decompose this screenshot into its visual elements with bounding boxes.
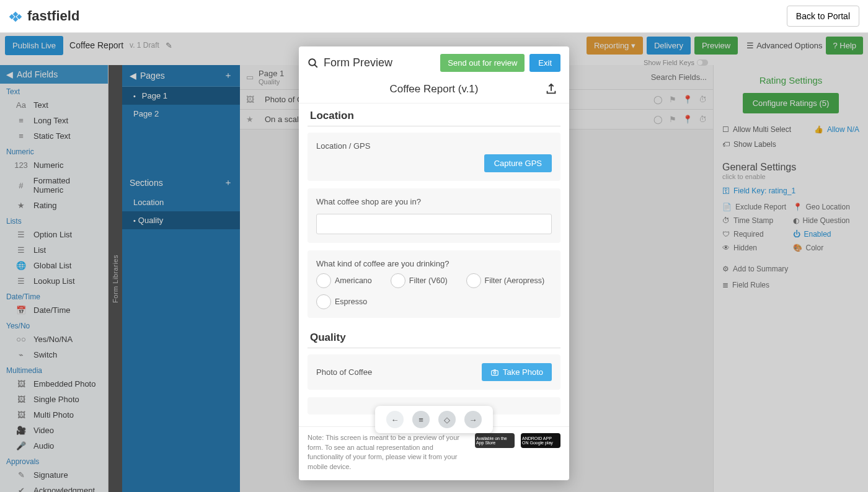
take-photo-button[interactable]: Take Photo bbox=[482, 363, 552, 381]
radio-aeropress[interactable]: Filter (Aeropress) bbox=[466, 273, 545, 288]
loc-gps-label: Location / GPS bbox=[316, 141, 370, 151]
bookmark-icon: ◇ bbox=[444, 415, 450, 424]
radio-icon bbox=[316, 294, 331, 309]
svg-point-6 bbox=[309, 59, 316, 66]
menu-icon: ≡ bbox=[418, 415, 423, 424]
card-photo-coffee: Photo of Coffee Take Photo bbox=[308, 354, 560, 390]
q-shop-label: What coffee shop are you in? bbox=[316, 197, 552, 206]
section-title-location: Location bbox=[308, 103, 560, 126]
coffee-shop-input[interactable] bbox=[316, 214, 552, 234]
modal-footer: Note: This screen is meant to be a previ… bbox=[299, 426, 569, 480]
topbar: fastfield Back to Portal bbox=[0, 0, 868, 33]
photo-label: Photo of Coffee bbox=[316, 367, 372, 377]
radio-icon bbox=[316, 273, 331, 288]
card-coffee-kind: What kind of coffee are you drinking? Am… bbox=[308, 250, 560, 318]
radio-espresso[interactable]: Espresso bbox=[316, 294, 367, 309]
modal-title: Form Preview bbox=[324, 56, 392, 69]
radio-americano[interactable]: Americano bbox=[316, 273, 372, 288]
take-photo-label: Take Photo bbox=[503, 367, 543, 377]
radio-icon bbox=[466, 273, 481, 288]
camera-icon bbox=[490, 368, 499, 377]
appstore-badge[interactable]: Available on the App Store bbox=[475, 433, 515, 448]
googleplay-badge[interactable]: ANDROID APP ON Google play bbox=[521, 433, 560, 448]
card-coffee-shop: What coffee shop are you in? bbox=[308, 188, 560, 243]
radio-label: Filter (V60) bbox=[409, 276, 448, 285]
q-kind-label: What kind of coffee are you drinking? bbox=[316, 259, 552, 268]
capture-gps-button[interactable]: Capture GPS bbox=[484, 154, 552, 172]
send-for-review-button[interactable]: Send out for review bbox=[440, 54, 525, 72]
nav-bookmark[interactable]: ◇ bbox=[438, 411, 456, 428]
modal-header: Form Preview Send out for review Exit bbox=[299, 46, 569, 79]
exit-button[interactable]: Exit bbox=[529, 54, 560, 72]
arrow-right-icon: → bbox=[469, 415, 477, 424]
arrow-left-icon: ← bbox=[391, 415, 399, 424]
logo: fastfield bbox=[9, 8, 79, 24]
svg-rect-8 bbox=[492, 371, 498, 376]
svg-line-7 bbox=[314, 64, 317, 68]
radio-v60[interactable]: Filter (V60) bbox=[391, 273, 448, 288]
preview-nav: ← ≡ ◇ → bbox=[375, 406, 493, 433]
preview-form-title: Coffee Report (v.1) bbox=[390, 83, 479, 95]
radio-label: Espresso bbox=[335, 297, 367, 306]
radio-icon bbox=[391, 273, 405, 288]
radio-label: Filter (Aeropress) bbox=[485, 276, 545, 285]
radio-label: Americano bbox=[335, 276, 372, 285]
card-location-gps: Location / GPS Capture GPS bbox=[308, 133, 560, 181]
logo-icon bbox=[9, 9, 24, 24]
preview-note: Note: This screen is meant to be a previ… bbox=[308, 433, 469, 472]
logo-text: fastfield bbox=[27, 8, 79, 24]
section-title-quality: Quality bbox=[308, 325, 560, 348]
back-to-portal-button[interactable]: Back to Portal bbox=[787, 6, 859, 27]
app: Publish Live Coffee Report v. 1 Draft ✎ … bbox=[0, 33, 868, 492]
preview-title-row: Coffee Report (v.1) bbox=[299, 79, 569, 103]
search-icon bbox=[308, 58, 319, 69]
share-icon[interactable] bbox=[544, 82, 558, 96]
nav-menu[interactable]: ≡ bbox=[412, 411, 430, 428]
nav-prev[interactable]: ← bbox=[386, 411, 404, 428]
form-preview-modal: Form Preview Send out for review Exit Co… bbox=[299, 46, 569, 480]
nav-next[interactable]: → bbox=[464, 411, 482, 428]
modal-body[interactable]: Location Location / GPS Capture GPS What… bbox=[299, 103, 569, 426]
svg-point-9 bbox=[494, 371, 496, 374]
